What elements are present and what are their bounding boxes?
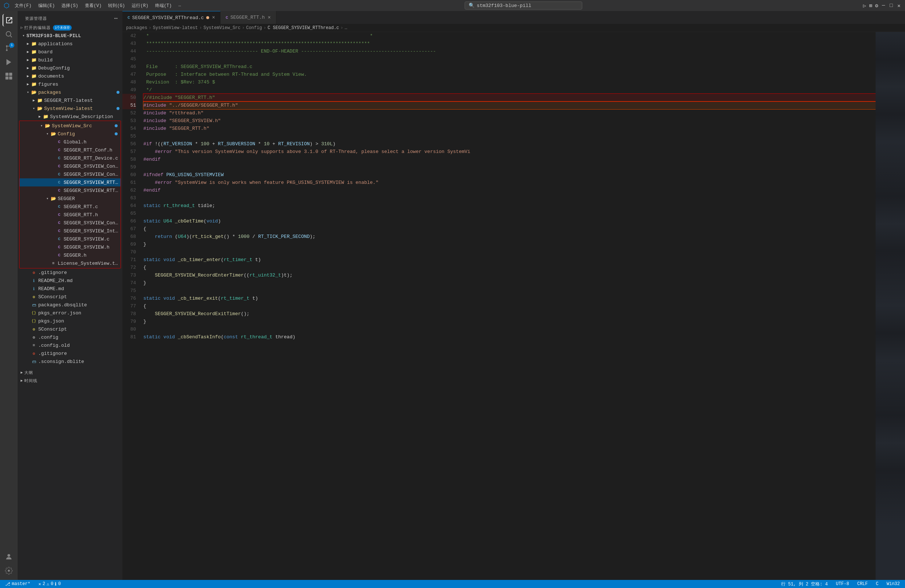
sidebar-item-documents[interactable]: ▶ 📁 documents: [17, 72, 122, 80]
breadcrumb-packages[interactable]: packages: [126, 25, 148, 30]
sidebar-item-segger-h[interactable]: C SEGGER.h: [19, 251, 121, 259]
breadcrumb-systemview-src[interactable]: SystemView_Src: [203, 25, 240, 30]
breadcrumb-more[interactable]: …: [345, 25, 348, 30]
code-content[interactable]: * * ************************************…: [139, 32, 876, 580]
close-btn[interactable]: ✕: [897, 3, 901, 8]
breadcrumb-systemview-latest[interactable]: SystemView-latest: [153, 25, 198, 30]
search-text[interactable]: stm32f103-blue-pill: [477, 3, 531, 8]
tab-close-btn[interactable]: ×: [268, 15, 270, 21]
folder-label: Config: [58, 131, 75, 137]
script-file-icon: ⚙: [31, 294, 37, 300]
breadcrumb-config[interactable]: Config: [246, 25, 262, 30]
activity-git[interactable]: 1: [3, 42, 15, 54]
status-encoding[interactable]: UTF-8: [834, 582, 851, 586]
code-line-62: #endif: [143, 186, 876, 194]
status-platform[interactable]: Win32: [885, 582, 901, 586]
sidebar-item-sysview-confdefaults-h[interactable]: C SEGGER_SYSVIEW_ConfDefaults.h: [19, 219, 121, 227]
status-line-ending[interactable]: CRLF: [856, 582, 869, 586]
restore-btn[interactable]: □: [889, 3, 894, 8]
sidebar-item-segger-rtt-latest[interactable]: ▶ 📁 SEGGER_RTT-latest: [17, 96, 122, 105]
no-arrow: [25, 350, 31, 356]
sidebar-item-sysview-h[interactable]: C SEGGER_SYSVIEW.h: [19, 243, 121, 251]
menu-more[interactable]: …: [175, 2, 184, 10]
sidebar-item-packages[interactable]: ▾ 📂 packages: [17, 88, 122, 96]
sidebar-item-sysview-int-h[interactable]: C SEGGER_SYSVIEW_Int.h: [19, 227, 121, 235]
sidebar-item-applications[interactable]: ▶ 📁 applications: [17, 40, 122, 48]
sidebar-item-systemview-desc[interactable]: ▶ 📁 SystemView_Description: [17, 113, 122, 121]
sidebar-item-sconsign-db[interactable]: 🗃 .sconsign.dblite: [17, 358, 122, 366]
timeline-header[interactable]: ▶ 时间线: [17, 377, 122, 385]
sidebar-item-systemview-latest[interactable]: ▾ 📂 SystemView-latest: [17, 105, 122, 113]
menu-terminal[interactable]: 终端(T): [152, 2, 175, 10]
code-line-69: }: [143, 240, 876, 248]
sidebar-tree[interactable]: ▾ STM32F103-BLUE-PILL ▶ 📁 applications ▶…: [17, 32, 122, 580]
status-errors[interactable]: ✕ 2 ⚠ 0 ℹ 0: [37, 582, 62, 587]
sidebar-item-sconscript[interactable]: ⚙ SConscript: [17, 293, 122, 301]
menu-goto[interactable]: 转到(G): [105, 2, 128, 10]
chevron-right-icon: ▶: [21, 370, 23, 375]
activity-explorer[interactable]: [3, 14, 15, 27]
sidebar-item-sysview-conf-h[interactable]: C SEGGER_SYSVIEW_Conf.h: [19, 162, 121, 170]
sidebar-item-debugconfig[interactable]: ▶ 📁 DebugConfig: [17, 64, 122, 72]
activity-debug[interactable]: [3, 56, 15, 68]
sidebar-item-global-h[interactable]: C Global.h: [19, 138, 121, 146]
layout-icons[interactable]: ⊞: [869, 3, 872, 9]
sidebar-item-config-old[interactable]: ≡ .config.old: [17, 341, 122, 350]
file-label: README_ZH.md: [38, 278, 73, 283]
menu-file[interactable]: 文件(F): [12, 2, 35, 10]
tab-sysview-rtthread-c[interactable]: C SEGGER_SYSVIEW_RTThread.c ×: [122, 11, 221, 24]
sidebar-item-sysview-config-c[interactable]: C SEGGER_SYSVIEW_Config_RTThread.c: [19, 170, 121, 178]
sidebar-item-segger-folder[interactable]: ▾ 📂 SEGGER: [19, 194, 121, 203]
activity-settings[interactable]: [3, 564, 15, 577]
tab-close-btn[interactable]: ×: [212, 15, 215, 21]
unsaved-badge: 1个未保存: [53, 25, 72, 30]
sidebar-item-sconscript2[interactable]: ⚙ SConscript: [17, 325, 122, 333]
outline-header[interactable]: ▶ 大纲: [17, 369, 122, 377]
sidebar-item-sysview-c[interactable]: C SEGGER_SYSVIEW.c: [19, 235, 121, 243]
minimap[interactable]: [876, 32, 905, 580]
status-cursor[interactable]: 行 51, 列 2 空格: 4: [780, 581, 829, 587]
sidebar-item-board[interactable]: ▶ 📁 board: [17, 48, 122, 56]
activity-extensions[interactable]: [3, 70, 15, 83]
sidebar-item-pkgs-json[interactable]: {} pkgs.json: [17, 317, 122, 325]
menu-edit[interactable]: 编辑(E): [35, 2, 58, 10]
sidebar-item-rtt-device-c[interactable]: C SEGGER_RTT_Device.c: [19, 154, 121, 162]
sidebar-item-gitignore[interactable]: ⚙ .gitignore: [17, 269, 122, 277]
tab-segger-rtt-h[interactable]: C SEGGER_RTT.h ×: [221, 11, 276, 24]
sidebar-item-segger-rtt-h[interactable]: C SEGGER_RTT.h: [19, 211, 121, 219]
sidebar-item-readme-zh[interactable]: ℹ README_ZH.md: [17, 277, 122, 284]
sidebar-item-segger-rtt-c[interactable]: C SEGGER_RTT.c: [19, 203, 121, 211]
status-language[interactable]: C: [875, 582, 880, 586]
sidebar-item-config-file[interactable]: ⚙ .config: [17, 333, 122, 341]
sidebar-item-gitignore2[interactable]: ⚙ .gitignore: [17, 350, 122, 358]
code-area[interactable]: 42 43 44 45 46 47 48 49 50 51 52 53 54 5…: [122, 32, 905, 580]
sidebar-item-figures[interactable]: ▶ 📁 figures: [17, 80, 122, 88]
sidebar-item-packages-db[interactable]: 🗃 packages.dbsqlite: [17, 301, 122, 309]
menu-view[interactable]: 查看(V): [82, 2, 105, 10]
sidebar-item-systemview-src[interactable]: ▾ 📂 SystemView_Src: [19, 122, 121, 130]
sidebar-item-sysview-rtthread-c[interactable]: C SEGGER_SYSVIEW_RTThread.c 2, M: [19, 178, 121, 186]
menu-run[interactable]: 运行(R): [129, 2, 151, 10]
c-file-icon: C: [56, 139, 62, 145]
c-file-icon: C: [56, 155, 62, 161]
minimize-btn[interactable]: ─: [881, 3, 886, 8]
breadcrumb-file[interactable]: C SEGGER_SYSVIEW_RTThread.c: [268, 25, 339, 30]
sidebar-item-license-txt[interactable]: ≡ License_SystemView.txt: [19, 259, 121, 267]
folder-label: SystemView-latest: [44, 106, 93, 111]
sidebar-item-readme[interactable]: ℹ README.md: [17, 284, 122, 293]
activity-accounts[interactable]: [3, 550, 15, 563]
sidebar-item-sysview-rtthread-h[interactable]: C SEGGER_SYSVIEW_RTThread.h: [19, 186, 121, 194]
settings-icon[interactable]: ⚙: [875, 3, 878, 9]
sidebar-item-pkgs-error-json[interactable]: {} pkgs_error.json: [17, 309, 122, 317]
sidebar-item-build[interactable]: ▶ 📁 build: [17, 56, 122, 64]
menu-select[interactable]: 选择(S): [59, 2, 81, 10]
timeline-label: 时间线: [24, 378, 38, 383]
sidebar-more[interactable]: ⋯: [114, 15, 118, 22]
sidebar-item-rtt-conf-h[interactable]: C SEGGER_RTT_Conf.h: [19, 146, 121, 154]
opened-editors-header[interactable]: ▷ 打开的编辑器 1个未保存: [17, 24, 122, 32]
project-root[interactable]: ▾ STM32F103-BLUE-PILL: [17, 32, 122, 40]
sidebar-item-config[interactable]: ▾ 📂 Config: [19, 130, 121, 138]
status-git[interactable]: ⎇ master*: [4, 582, 32, 587]
activity-search[interactable]: [3, 28, 15, 40]
run-icon[interactable]: ▷: [863, 3, 866, 9]
